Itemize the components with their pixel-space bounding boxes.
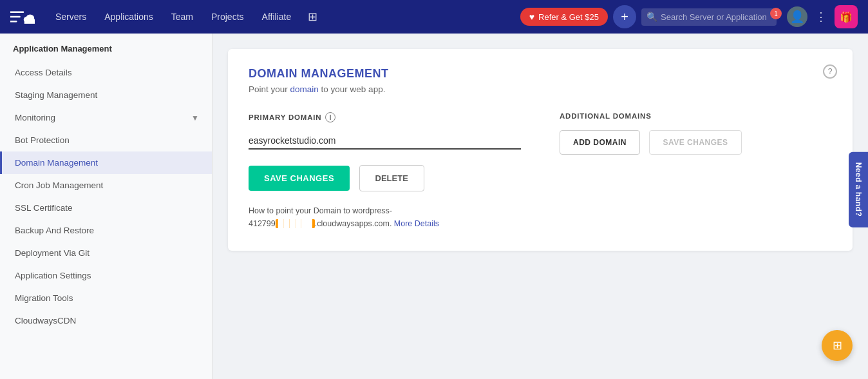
search-input[interactable] — [641, 8, 777, 26]
card-title: DOMAIN MANAGEMENT — [249, 67, 832, 81]
sidebar-item-ssl[interactable]: SSL Certificate — [0, 197, 212, 219]
sidebar-item-label: Cron Job Management — [15, 180, 103, 190]
primary-domain-label: PRIMARY DOMAIN i — [249, 112, 521, 122]
additional-domains-label: ADDITIONAL DOMAINS — [560, 112, 832, 120]
sidebar-item-label: SSL Certificate — [15, 203, 73, 213]
grid-icon[interactable]: ⊞ — [301, 6, 324, 28]
nav-team[interactable]: Team — [164, 8, 201, 26]
gift-icon[interactable]: 🎁 — [835, 5, 858, 28]
card-subtitle: Point your domain to your web app. — [249, 84, 832, 94]
sidebar-item-backup[interactable]: Backup And Restore — [0, 219, 212, 242]
sidebar-item-label: Access Details — [15, 68, 72, 77]
avatar[interactable]: 👤 — [787, 6, 807, 27]
nav-links: Servers Applications Team Projects Affil… — [48, 6, 518, 28]
sidebar-item-deployment[interactable]: Deployment Via Git — [0, 242, 212, 264]
delete-button[interactable]: DELETE — [359, 165, 424, 191]
refer-label: Refer & Get $25 — [538, 12, 599, 22]
sidebar-item-label: Monitoring — [15, 113, 55, 122]
primary-domain-input[interactable] — [249, 133, 521, 150]
chevron-down-icon: ▼ — [191, 113, 199, 122]
nav-applications[interactable]: Applications — [97, 8, 161, 26]
additional-domain-actions: ADD DOMAIN SAVE CHANGES — [560, 130, 832, 155]
sidebar-item-label: Backup And Restore — [15, 226, 94, 235]
main-content: DOMAIN MANAGEMENT Point your domain to y… — [212, 34, 868, 379]
nav-projects[interactable]: Projects — [203, 8, 252, 26]
sidebar-item-cdn[interactable]: CloudwaysCDN — [0, 309, 212, 332]
save-additional-button[interactable]: SAVE CHANGES — [649, 130, 741, 155]
notification-badge: 1 — [770, 8, 782, 19]
svg-rect-6 — [24, 20, 35, 23]
sidebar-item-domain-management[interactable]: Domain Management — [0, 151, 212, 174]
logo[interactable] — [10, 8, 35, 26]
sidebar-item-staging[interactable]: Staging Management — [0, 84, 212, 106]
add-domain-button[interactable]: ADD DOMAIN — [560, 130, 640, 155]
sidebar-item-label: CloudwaysCDN — [15, 316, 76, 326]
more-options-icon[interactable]: ⋮ — [813, 7, 829, 26]
nav-affiliate[interactable]: Affiliate — [254, 8, 299, 26]
highlighted-server: ██████ — [276, 219, 315, 228]
sidebar-item-label: Staging Management — [15, 90, 97, 100]
domain-management-card: DOMAIN MANAGEMENT Point your domain to y… — [228, 49, 853, 251]
grid-dots-icon: ⊞ — [833, 338, 842, 353]
float-help-button[interactable]: ⊞ — [822, 330, 853, 361]
sidebar-item-label: Domain Management — [15, 158, 98, 168]
nav-servers[interactable]: Servers — [48, 8, 94, 26]
sidebar-item-migration[interactable]: Migration Tools — [0, 287, 212, 309]
heart-icon: ♥ — [529, 12, 534, 22]
primary-domain-actions: SAVE CHANGES DELETE — [249, 165, 521, 191]
sidebar-item-cron-job[interactable]: Cron Job Management — [0, 174, 212, 197]
refer-button[interactable]: ♥ Refer & Get $25 — [520, 8, 608, 26]
add-button[interactable]: + — [613, 5, 636, 28]
sidebar-item-label: Migration Tools — [15, 293, 73, 303]
sidebar-item-monitoring[interactable]: Monitoring ▼ — [0, 106, 212, 129]
top-navigation: Servers Applications Team Projects Affil… — [0, 0, 868, 34]
save-changes-button[interactable]: SAVE CHANGES — [249, 166, 350, 191]
search-icon: 🔍 — [646, 12, 657, 22]
logo-icon — [10, 8, 35, 26]
sidebar-item-label: Application Settings — [15, 271, 91, 280]
sidebar-item-app-settings[interactable]: Application Settings — [0, 264, 212, 287]
search-wrapper: 🔍 1 — [641, 8, 782, 26]
subtitle-text: Point your — [249, 84, 290, 94]
user-icon: 👤 — [790, 10, 804, 24]
sidebar: Application Management Access Details St… — [0, 34, 212, 379]
info-icon[interactable]: i — [325, 112, 335, 122]
subtitle-text2: to your web app. — [319, 84, 386, 94]
domain-hint: How to point your Domain to wordpress-41… — [249, 204, 521, 230]
additional-domains-section: ADDITIONAL DOMAINS ADD DOMAIN SAVE CHANG… — [560, 112, 832, 230]
sidebar-item-label: Bot Protection — [15, 135, 70, 145]
help-icon[interactable]: ? — [823, 64, 837, 79]
domain-sections: PRIMARY DOMAIN i SAVE CHANGES DELETE How… — [249, 112, 832, 230]
primary-domain-section: PRIMARY DOMAIN i SAVE CHANGES DELETE How… — [249, 112, 521, 230]
subtitle-link[interactable]: domain — [290, 84, 319, 94]
need-hand-tab[interactable]: Need a hand? — [849, 152, 868, 228]
more-details-link[interactable]: More Details — [394, 219, 439, 228]
sidebar-item-bot-protection[interactable]: Bot Protection — [0, 129, 212, 151]
sidebar-item-label: Deployment Via Git — [15, 248, 90, 258]
topnav-right: ♥ Refer & Get $25 + 🔍 1 👤 ⋮ 🎁 — [520, 5, 858, 28]
main-layout: Application Management Access Details St… — [0, 34, 868, 379]
sidebar-item-access-details[interactable]: Access Details — [0, 61, 212, 84]
sidebar-title: Application Management — [0, 44, 212, 61]
